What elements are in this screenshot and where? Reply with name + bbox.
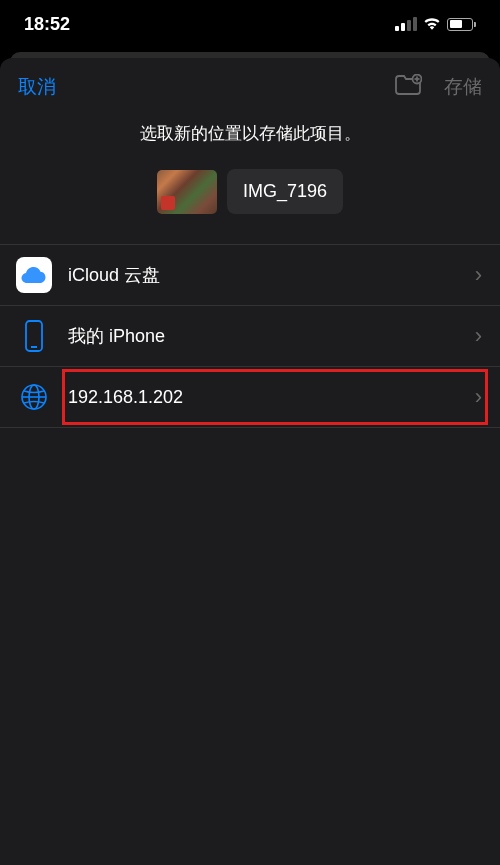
cancel-button[interactable]: 取消 <box>18 74 56 100</box>
modal-header: 取消 存储 <box>0 58 500 104</box>
battery-icon <box>447 18 476 31</box>
status-time: 18:52 <box>24 14 70 35</box>
location-list: iCloud 云盘 › 我的 iPhone › <box>0 244 500 428</box>
cellular-signal-icon <box>395 17 417 31</box>
file-info-row: IMG_7196 <box>0 169 500 244</box>
globe-icon <box>16 379 52 415</box>
location-item-icloud[interactable]: iCloud 云盘 › <box>0 245 500 306</box>
wifi-icon <box>423 14 441 35</box>
file-thumbnail[interactable] <box>157 170 217 214</box>
status-indicators <box>395 14 476 35</box>
chevron-right-icon: › <box>475 262 482 288</box>
location-label: 192.168.1.202 <box>68 387 475 408</box>
location-label: 我的 iPhone <box>68 324 475 348</box>
chevron-right-icon: › <box>475 323 482 349</box>
filename-chip[interactable]: IMG_7196 <box>227 169 343 214</box>
save-button[interactable]: 存储 <box>444 74 482 100</box>
save-location-modal: 取消 存储 选取新的位置以存储此项目。 IMG_7196 iCloud 云盘 › <box>0 58 500 865</box>
location-label: iCloud 云盘 <box>68 263 475 287</box>
iphone-icon <box>16 318 52 354</box>
location-item-network[interactable]: 192.168.1.202 › <box>0 367 500 428</box>
location-item-iphone[interactable]: 我的 iPhone › <box>0 306 500 367</box>
new-folder-icon[interactable] <box>394 74 422 100</box>
status-bar: 18:52 <box>0 0 500 48</box>
icloud-drive-icon <box>16 257 52 293</box>
instruction-text: 选取新的位置以存储此项目。 <box>0 104 500 169</box>
chevron-right-icon: › <box>475 384 482 410</box>
